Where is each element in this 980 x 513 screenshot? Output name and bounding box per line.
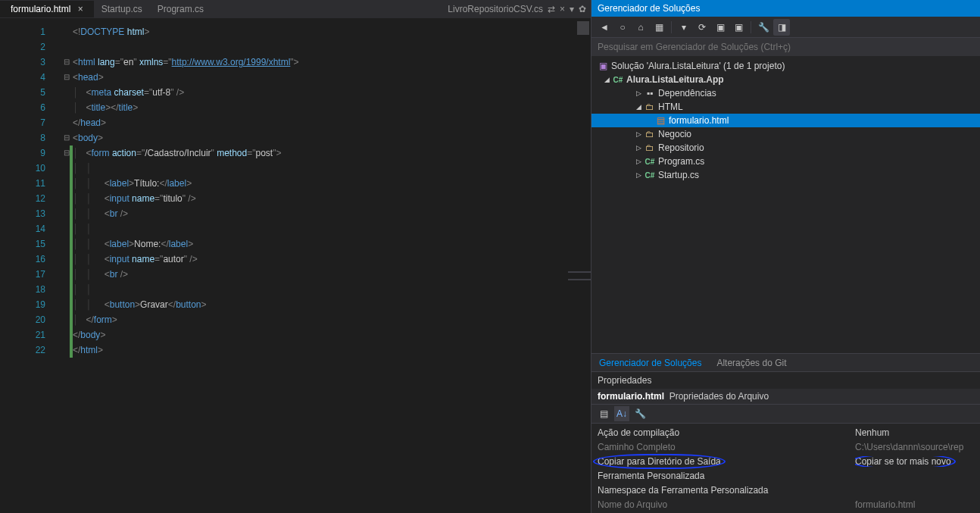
close-icon[interactable]: ×	[560, 4, 565, 14]
tree-item-label: formulario.html	[669, 115, 729, 126]
chevron-icon[interactable]: ▷	[634, 144, 643, 152]
property-row[interactable]: Ação de compilaçãoNenhum	[591, 425, 980, 439]
tab-solution-explorer[interactable]: Gerenciador de Soluções	[591, 355, 709, 371]
filter-icon[interactable]: ▾	[676, 19, 692, 36]
fold-toggle[interactable]: ⊟	[61, 130, 73, 145]
tab-formulario[interactable]: formulario.html ×	[0, 1, 94, 17]
csproj-icon: C#	[611, 76, 625, 84]
switch-view-icon[interactable]: ▦	[651, 19, 667, 36]
code-line[interactable]: │ │ <label>Nome:</label>	[73, 236, 591, 252]
code-line[interactable]: │ <meta charset="utf-8" />	[73, 85, 591, 100]
code-line[interactable]: │ <title></title>	[73, 100, 591, 115]
project-node[interactable]: ◢ C# Alura.ListaLeitura.App	[591, 73, 980, 86]
code-line[interactable]: │ <form action="/Cadastro/Incluir" metho…	[73, 145, 591, 161]
pin-icon[interactable]: ⇄	[548, 4, 555, 14]
code-line[interactable]: │ │	[73, 282, 591, 297]
code-line[interactable]: │ │	[73, 161, 591, 176]
property-value[interactable]: formulario.html	[855, 499, 974, 510]
property-value[interactable]: C:\Users\dannn\source\rep	[855, 442, 974, 452]
code-line[interactable]: </html>	[73, 343, 591, 358]
line-gutter: 12345678910111213141516171819202122	[0, 18, 61, 513]
properties-icon[interactable]: 🔧	[755, 19, 772, 36]
code-line[interactable]: </head>	[73, 115, 591, 130]
fold-toggle[interactable]	[61, 39, 73, 55]
property-row[interactable]: Ferramenta Personalizada	[591, 468, 980, 483]
fold-toggle[interactable]	[61, 100, 73, 115]
splitter-handle[interactable]	[566, 271, 593, 279]
property-key: Caminho Completo	[598, 442, 855, 452]
tree-item[interactable]: ▷🗀Negocio	[591, 127, 980, 141]
tree-item[interactable]: ◢🗀HTML	[591, 100, 980, 114]
chevron-down-icon[interactable]: ▾	[570, 4, 574, 14]
code-line[interactable]: <html lang="en" xmlns="http://www.w3.org…	[73, 55, 591, 70]
wrench-icon[interactable]: 🔧	[632, 406, 648, 421]
chevron-icon[interactable]: ▷	[634, 158, 643, 165]
code-line[interactable]: │ │	[73, 221, 591, 236]
code-line[interactable]: │ │ <input name="autor" />	[73, 252, 591, 267]
solution-root[interactable]: ▣ Solução 'Alura.ListaLeitura' (1 de 1 p…	[591, 59, 980, 73]
sort-icon[interactable]: A↓	[614, 406, 629, 421]
code-line[interactable]: │ │ <button>Gravar</button>	[73, 297, 591, 312]
code-line[interactable]: <head>	[73, 70, 591, 85]
property-key: Nome do Arquivo	[598, 499, 855, 510]
code-line[interactable]: │ │ <input name="titulo" />	[73, 191, 591, 206]
chevron-down-icon[interactable]: ◢	[602, 76, 611, 83]
code-line[interactable]: │ │ <label>Título:</label>	[73, 176, 591, 191]
property-key: Copiar para Diretório de Saída	[598, 456, 855, 467]
tree-item-label: Repositorio	[658, 142, 704, 153]
project-label: Alura.ListaLeitura.App	[626, 74, 724, 85]
code-content[interactable]: <!DOCTYPE html><html lang="en" xmlns="ht…	[73, 18, 591, 513]
properties-file: formulario.html	[598, 391, 664, 402]
scrollbar-thumb[interactable]	[577, 21, 589, 35]
fold-toggle[interactable]: ⊟	[61, 70, 73, 85]
code-line[interactable]: │ </form>	[73, 312, 591, 327]
tree-item[interactable]: ▤formulario.html	[591, 114, 980, 127]
fold-toggle[interactable]	[61, 24, 73, 39]
properties-title: Propriedades	[591, 372, 980, 389]
property-value[interactable]: Copiar se tor mais novo	[855, 456, 974, 467]
linked-file-label[interactable]: LivroRepositorioCSV.cs	[448, 4, 543, 14]
code-line[interactable]	[73, 39, 591, 55]
fold-toggle[interactable]	[61, 85, 73, 100]
fold-toggle[interactable]	[61, 115, 73, 130]
chevron-icon[interactable]: ▷	[634, 130, 643, 138]
show-all-icon[interactable]: ▣	[730, 19, 747, 36]
code-line[interactable]: <!DOCTYPE html>	[73, 24, 591, 39]
properties-panel: Propriedades formulario.html Propriedade…	[591, 371, 980, 513]
chevron-icon[interactable]: ▷	[634, 89, 643, 97]
close-icon[interactable]: ×	[78, 4, 83, 14]
categorize-icon[interactable]: ▤	[596, 406, 611, 421]
chevron-icon[interactable]: ▷	[634, 171, 643, 179]
tab-program[interactable]: Program.cs	[150, 1, 211, 17]
solution-search-input[interactable]	[591, 38, 980, 56]
gear-icon[interactable]: ✿	[579, 4, 586, 14]
tab-git-changes[interactable]: Alterações do Git	[709, 355, 794, 371]
back-icon[interactable]: ◄	[596, 19, 613, 36]
refresh-icon[interactable]: ⟳	[694, 19, 710, 36]
tree-item[interactable]: ▷C#Program.cs	[591, 155, 980, 168]
tree-item[interactable]: ▷▪▪Dependências	[591, 86, 980, 100]
preview-icon[interactable]: ◨	[773, 19, 790, 36]
code-line[interactable]: │ │ <br />	[73, 267, 591, 282]
property-row[interactable]: Caminho CompletoC:\Users\dannn\source\re…	[591, 439, 980, 454]
solution-root-label: Solução 'Alura.ListaLeitura' (1 de 1 pro…	[611, 61, 785, 71]
properties-grid: Ação de compilaçãoNenhumCaminho Completo…	[591, 424, 980, 513]
tree-item[interactable]: ▷C#Startup.cs	[591, 168, 980, 182]
tab-startup[interactable]: Startup.cs	[94, 1, 150, 17]
code-area[interactable]: 12345678910111213141516171819202122 ⊟⊟⊟⊟…	[0, 18, 591, 513]
home-icon[interactable]: ⌂	[632, 19, 649, 36]
property-row[interactable]: Copiar para Diretório de SaídaCopiar se …	[591, 454, 980, 468]
forward-icon[interactable]: ○	[614, 19, 631, 36]
code-line[interactable]: │ │ <br />	[73, 206, 591, 221]
editor-pane: formulario.html × Startup.cs Program.cs …	[0, 0, 591, 513]
fold-toggle[interactable]: ⊟	[61, 55, 73, 70]
property-row[interactable]: Namespace da Ferramenta Personalizada	[591, 483, 980, 497]
code-line[interactable]: </body>	[73, 327, 591, 343]
chevron-icon[interactable]: ◢	[634, 103, 643, 111]
property-row[interactable]: Nome do Arquivoformulario.html	[591, 497, 980, 511]
solution-tree[interactable]: ▣ Solução 'Alura.ListaLeitura' (1 de 1 p…	[591, 56, 980, 353]
tree-item[interactable]: ▷🗀Repositorio	[591, 141, 980, 155]
code-line[interactable]: <body>	[73, 130, 591, 145]
collapse-icon[interactable]: ▣	[712, 19, 729, 36]
property-value[interactable]: Nenhum	[855, 427, 974, 438]
